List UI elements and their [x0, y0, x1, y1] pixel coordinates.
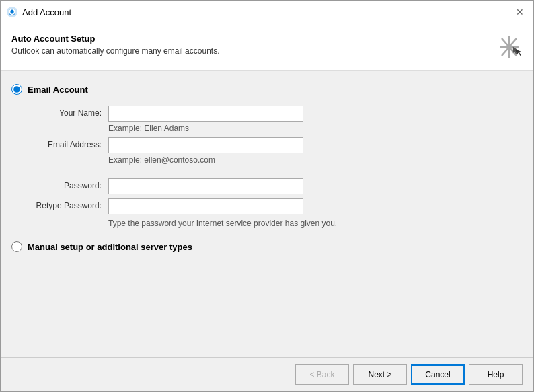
your-name-hint: Example: Ellen Adams [108, 124, 523, 133]
email-form: Your Name: Example: Ellen Adams Email Ad… [28, 106, 523, 165]
footer: < Back Next > Cancel Help [1, 357, 533, 391]
email-address-group: Example: ellen@contoso.com [108, 137, 523, 165]
email-address-label: Email Address: [28, 137, 108, 149]
outlook-icon: O [6, 6, 18, 18]
password-input[interactable] [108, 178, 303, 194]
header-text: Auto Account Setup Outlook can automatic… [11, 34, 220, 56]
your-name-label: Your Name: [28, 106, 108, 118]
email-account-label[interactable]: Email Account [28, 85, 88, 95]
wizard-icon [496, 34, 523, 61]
your-name-input[interactable] [108, 106, 303, 122]
email-account-option: Email Account [11, 84, 523, 95]
email-address-input[interactable] [108, 137, 303, 153]
retype-password-row: Retype Password: [28, 198, 523, 214]
password-section: Password: Retype Password: [28, 178, 523, 214]
password-label: Password: [28, 178, 108, 190]
retype-password-group [108, 198, 523, 214]
email-address-hint: Example: ellen@contoso.com [108, 155, 523, 165]
dialog-title: Add Account [22, 7, 71, 17]
your-name-row: Your Name: Example: Ellen Adams [28, 106, 523, 133]
header-heading: Auto Account Setup [11, 34, 220, 44]
manual-setup-option: Manual setup or additional server types [11, 241, 523, 252]
close-button[interactable]: ✕ [512, 4, 528, 20]
email-account-radio[interactable] [11, 84, 22, 95]
content-area: Email Account Your Name: Example: Ellen … [1, 71, 533, 357]
email-address-row: Email Address: Example: ellen@contoso.co… [28, 137, 523, 165]
retype-password-input[interactable] [108, 198, 303, 214]
manual-setup-label[interactable]: Manual setup or additional server types [28, 242, 192, 252]
cancel-button[interactable]: Cancel [411, 364, 465, 385]
back-button[interactable]: < Back [295, 364, 349, 385]
password-group [108, 178, 523, 194]
header-section: Auto Account Setup Outlook can automatic… [1, 24, 533, 71]
header-description: Outlook can automatically configure many… [11, 46, 220, 56]
manual-setup-radio[interactable] [11, 241, 22, 252]
next-button[interactable]: Next > [353, 364, 407, 385]
title-bar: O Add Account ✕ [1, 1, 533, 24]
password-row: Password: [28, 178, 523, 194]
title-bar-left: O Add Account [6, 6, 71, 18]
your-name-group: Example: Ellen Adams [108, 106, 523, 133]
password-hint-text: Type the password your Internet service … [108, 219, 523, 228]
help-button[interactable]: Help [469, 364, 523, 385]
svg-text:O: O [9, 7, 15, 17]
retype-password-label: Retype Password: [28, 198, 108, 210]
add-account-dialog: O Add Account ✕ Auto Account Setup Outlo… [0, 0, 534, 392]
